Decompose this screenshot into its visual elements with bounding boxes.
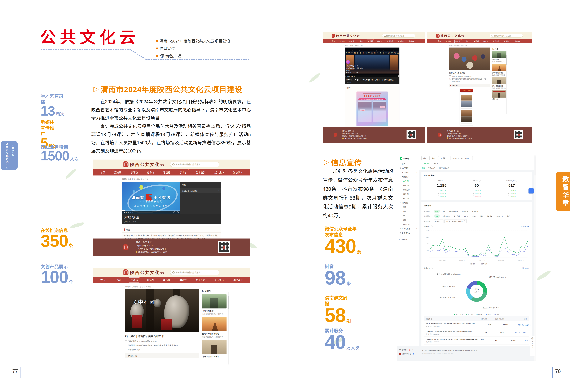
legend-item[interactable]: 更多 (495, 313, 499, 315)
program-poster[interactable]: 全民学艺 人人有艺 2024年度渭南市群众文化艺术培训成果展演节目单 颁奖仪式 … (356, 92, 388, 126)
scope-select[interactable]: 全部∨ (431, 156, 439, 160)
sidebar-menu-item[interactable]: 赞赏 (397, 205, 419, 209)
scrollbar[interactable] (228, 292, 228, 365)
sidebar-menu-item[interactable]: 付费 (397, 209, 419, 213)
trend-link[interactable]: 近14天趋势 ∨ (518, 332, 527, 334)
detail-link[interactable]: 详情 (514, 332, 517, 334)
nav-item[interactable]: 艺术鉴赏 (492, 40, 500, 43)
notification-center[interactable]: 通知中心 1 › (399, 349, 413, 351)
nav-item[interactable]: 订场馆 (145, 278, 155, 282)
video-player[interactable]: 渭南有藝十分有约 文化志愿者在行动 渭南市文化艺术中心出品 0:18 / 8:4… (122, 182, 180, 214)
sidebar-menu-item[interactable]: ⚙ 设置与开发 ∨ (397, 231, 419, 235)
nav-item[interactable]: 订场馆 (358, 40, 364, 43)
nav-item[interactable]: 艺术鉴赏 (194, 170, 207, 175)
legend-item[interactable]: 阅读次数 (467, 263, 475, 265)
nav-item[interactable]: 游陕西 ∨ (232, 278, 244, 282)
indicator-pill[interactable]: 发表篇数 (470, 210, 480, 213)
nav-item[interactable]: 学才艺 (178, 278, 188, 282)
nav-item[interactable]: 学才艺 (483, 40, 489, 43)
related-card[interactable]: 咸阳市泾阳县图书馆 地址:陕西省咸阳市泾阳县泾干... (492, 77, 506, 89)
nav-item[interactable]: 赶大集 ∨ (213, 278, 225, 282)
channel-pill[interactable]: 朋友♡ (470, 214, 478, 218)
footer-links[interactable]: 关于腾讯 | 服务协议 | 规则中心 | 腾讯客服 | 侵权投诉 | 反馈账号w… (397, 346, 534, 351)
nav-item[interactable]: 艺术鉴赏 (386, 40, 394, 43)
nav-item[interactable]: 学才艺 (178, 170, 188, 175)
sidebar-menu-item[interactable]: ◎ 收入变现 ∧ (397, 200, 419, 205)
nav-item[interactable]: 享活动 (129, 170, 139, 175)
related-card[interactable]: 勉县博物馆 (492, 90, 506, 100)
volume-icon[interactable] (173, 211, 175, 213)
sidebar-menu-item[interactable]: ◔ 数据分析 ∧ (397, 174, 419, 179)
channel-pill[interactable]: 公众号主页 (494, 214, 505, 218)
chapter-item[interactable]: 第1章、剪纸系列讲座∨ (180, 188, 221, 193)
nav-item[interactable]: 艺术鉴赏 (194, 278, 207, 282)
fullscreen-icon[interactable] (397, 75, 399, 77)
article-title[interactable]: 第三届“趣学趣展示”学员才艺短视频大赛投票通道即将开启！诚邀关注投票！ (426, 322, 478, 325)
download-link[interactable]: 下载数据明细 (520, 225, 529, 227)
subtab[interactable]: 未开启通知内容 (437, 167, 451, 169)
footer-icp[interactable]: 主备案号 沪ICP备2022029275号-4 (136, 247, 167, 251)
sidebar-menu-item[interactable]: 菜单分析 (397, 187, 419, 192)
exhibition-hero-image[interactable]: 关中石雕 (125, 289, 199, 332)
article-title[interactable]: 【敬请关注】渭南市第三届“趣学趣展示”学员才艺短视频大赛即将启幕 (426, 330, 475, 333)
sidebar-menu-item[interactable]: ⌂ 首页 (397, 161, 419, 166)
related-card[interactable]: 宝鸡市青铜器博物馆 地址:陕西省宝鸡市渭滨区中华... (492, 64, 506, 76)
help-icon[interactable]: ? (431, 225, 433, 227)
sidebar-menu-item[interactable]: ▤ 内容管理 ∨ (397, 166, 419, 170)
footer-police[interactable]: 陕公网安备 61000044001--24007 (138, 251, 167, 253)
nav-item[interactable]: 游陕西 ∨ (232, 170, 244, 175)
account-switcher[interactable]: 渭南市文化艺... › (399, 353, 417, 355)
related-card[interactable]: 宝鸡市图书馆 地址:陕西省宝鸡市金台区宝烟... (492, 51, 506, 63)
indicator-pill[interactable]: 微信收藏 (461, 210, 470, 213)
nav-item[interactable]: 看直播 (162, 278, 172, 282)
nav-item[interactable]: 游陕西 ∨ (408, 40, 416, 43)
sidebar-menu-item[interactable]: 微信小店 (397, 222, 419, 226)
play-icon[interactable] (345, 76, 346, 77)
channel-pill[interactable]: 全部 (434, 214, 440, 218)
nav-item[interactable]: 汇资讯 (339, 40, 345, 43)
site-logo[interactable]: 陕西公共文化云 (332, 34, 360, 38)
site-logo[interactable]: 陕西公共文化云 (124, 161, 165, 168)
subtab[interactable]: 已通知内容 (426, 167, 437, 169)
search-input[interactable]: 搜索您感兴趣的产品或服务 (170, 162, 219, 167)
nav-item[interactable]: 看直播 (473, 40, 480, 43)
trend-link[interactable]: 近14天趋势 ∨ (522, 324, 531, 326)
download-link[interactable]: 下载数据明细 (520, 267, 529, 269)
sidebar-menu-item[interactable]: 接口分析 (397, 196, 419, 200)
nav-item[interactable]: 首页 (331, 40, 336, 43)
metric-select[interactable]: 阅读∨ (421, 156, 429, 160)
nav-item[interactable]: 看直播 (162, 170, 172, 175)
detail-link[interactable]: 详情 (525, 339, 528, 342)
nav-item[interactable]: 订场馆 (464, 40, 470, 43)
detail-link[interactable]: 详情 (518, 324, 521, 326)
sidebar-menu-item[interactable]: + 新的功能 (399, 237, 417, 242)
subtab[interactable]: 全部 (422, 167, 426, 169)
date-range-input[interactable]: 2025-05-19 至 2025-06-18 (451, 156, 473, 160)
volume-icon[interactable] (394, 75, 396, 77)
indicator-pill[interactable]: 跳转阅读原文 (448, 210, 460, 213)
related-card[interactable]: 宝鸡市青铜器博物馆 地址:陕西省宝鸡市渭滨区中华... (202, 317, 227, 338)
nav-item[interactable]: 赶大集 ∨ (503, 40, 511, 43)
nav-item[interactable]: 首页 (437, 40, 442, 43)
sidebar-menu-item[interactable]: 流量主 (397, 218, 419, 222)
nav-item[interactable]: 赶大集 ∨ (213, 170, 225, 175)
nav-item[interactable]: 学才艺 (377, 40, 383, 43)
activity-photo[interactable] (449, 47, 490, 70)
help-icon[interactable]: ? (479, 180, 481, 182)
legend-item[interactable]: 朋友圈 (477, 313, 483, 315)
trend-select[interactable]: 日趋势∨ (434, 219, 443, 223)
news-poster[interactable]: 文化聚心 立根传魂 (460, 89, 473, 125)
indicator-pill[interactable]: 分享 (441, 210, 447, 213)
scrollbar[interactable] (506, 51, 507, 114)
tab[interactable]: 多媒体 (434, 162, 438, 166)
legend-item[interactable]: 聊天会话 (466, 313, 473, 315)
sidebar-menu-item[interactable]: 内容分析 (397, 179, 419, 183)
help-icon[interactable]: ? (515, 180, 517, 182)
help-icon[interactable]: ? (431, 267, 433, 269)
nav-item[interactable]: 看直播 (367, 40, 374, 43)
related-card[interactable]: 咸阳市泾阳县图书馆 (202, 340, 227, 358)
search-input[interactable]: 搜索您感兴趣的产品或服务 (170, 270, 219, 275)
scrollbar[interactable] (534, 155, 536, 361)
nav-item[interactable]: 赶大集 ∨ (397, 40, 405, 43)
nav-item[interactable]: 首页 (99, 278, 106, 282)
